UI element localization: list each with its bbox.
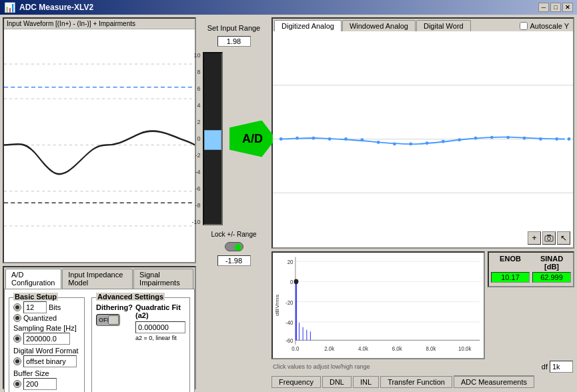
analog-display: Digitized Analog Windowed Analog Digital… xyxy=(271,17,574,249)
app-icon: 📊 xyxy=(4,2,15,13)
sinad-value: 62.999 xyxy=(532,272,571,283)
tab-signal-impairments[interactable]: Signal Impairments xyxy=(133,269,193,289)
sinad-label: SINAD [dB] xyxy=(532,255,571,271)
digital-word-input[interactable] xyxy=(23,355,77,367)
svg-text:0.0: 0.0 xyxy=(292,345,299,353)
svg-text:20: 20 xyxy=(287,259,294,266)
svg-point-15 xyxy=(344,137,348,141)
waveform-canvas xyxy=(4,29,195,261)
waveform-title: Input Waveform [(In+) - (In-)] + Impairm… xyxy=(4,19,195,29)
svg-point-21 xyxy=(442,140,445,143)
quadratic-label: Quadratic Fit (a2) xyxy=(135,303,185,319)
svg-text:-20: -20 xyxy=(285,299,294,306)
bits-radio[interactable] xyxy=(13,303,21,311)
sampling-rate-container: Sampling Rate [Hz] xyxy=(13,324,80,345)
waveform-display: Input Waveform [(In+) - (In-)] + Impairm… xyxy=(3,17,196,263)
dithering-toggle[interactable]: OFF xyxy=(96,314,120,326)
svg-point-27 xyxy=(539,137,542,141)
config-tabs-row: A/D Configuration Input Impedance Model … xyxy=(4,267,195,289)
bits-input[interactable] xyxy=(23,301,47,313)
lock-label: Lock +/- Range xyxy=(211,231,256,238)
set-input-label: Set Input Range xyxy=(207,24,261,32)
hint-text: Click values to adjust low/high range xyxy=(273,363,370,370)
left-panel: Input Waveform [(In+) - (In-)] + Impairm… xyxy=(3,17,196,389)
svg-text:6.0k: 6.0k xyxy=(392,345,403,353)
svg-text:0: 0 xyxy=(290,279,294,286)
svg-text:dBVrms: dBVrms xyxy=(274,295,280,316)
svg-point-29 xyxy=(567,137,570,141)
quantized-row: Quantized xyxy=(13,314,80,322)
svg-point-17 xyxy=(377,141,380,144)
svg-point-58 xyxy=(294,279,299,285)
title-bar: 📊 ADC Measure-XLV2 ─ □ ✕ xyxy=(0,0,577,15)
svg-point-22 xyxy=(458,138,461,141)
tab-inl[interactable]: INL xyxy=(353,376,379,388)
quantized-radio[interactable] xyxy=(13,314,21,322)
buffer-input[interactable] xyxy=(23,378,57,390)
window-title: ADC Measure-XLV2 xyxy=(19,3,538,12)
buffer-container: Buffer Size xyxy=(13,369,80,390)
tab-windowed-analog[interactable]: Windowed Analog xyxy=(342,20,416,31)
svg-point-18 xyxy=(393,142,396,145)
maximize-button[interactable]: □ xyxy=(550,3,561,12)
svg-point-25 xyxy=(506,136,510,139)
enob-value: 10.17 xyxy=(491,272,530,283)
metrics-box: ENOB SINAD [dB] 10.17 62.999 xyxy=(488,251,574,287)
buffer-label: Buffer Size xyxy=(13,369,49,377)
basic-setup-group: Basic Setup Bits Quantized Samp xyxy=(9,297,85,392)
digital-word-radio[interactable] xyxy=(13,357,21,365)
df-row: df xyxy=(542,361,573,373)
svg-point-24 xyxy=(490,136,494,139)
autoscale-container: Autoscale Y xyxy=(520,22,572,30)
quadratic-input[interactable] xyxy=(135,321,185,333)
digital-word-label: Digital Word Format xyxy=(13,347,79,355)
autoscale-label: Autoscale Y xyxy=(530,22,569,30)
svg-text:-40: -40 xyxy=(285,319,294,326)
ad-label: A/D xyxy=(242,132,263,146)
fft-metrics: ENOB SINAD [dB] 10.17 62.999 xyxy=(488,251,574,359)
svg-point-31 xyxy=(548,237,551,241)
input-range-slider[interactable] xyxy=(203,52,223,225)
tab-dnl[interactable]: DNL xyxy=(322,376,352,388)
df-input[interactable] xyxy=(550,361,573,373)
range-top-input[interactable] xyxy=(217,36,251,47)
tab-adc-measurements[interactable]: ADC Measurements xyxy=(454,375,534,388)
svg-point-23 xyxy=(474,137,478,140)
svg-point-26 xyxy=(523,137,526,140)
sampling-rate-radio[interactable] xyxy=(13,335,21,343)
svg-point-11 xyxy=(279,137,283,141)
range-bottom-input[interactable] xyxy=(217,255,251,266)
config-tab-content: Basic Setup Bits Quantized Samp xyxy=(4,289,195,392)
close-button[interactable]: ✕ xyxy=(562,3,573,12)
enob-label: ENOB xyxy=(491,255,530,271)
tab-transfer-function[interactable]: Transfer Function xyxy=(380,376,452,388)
svg-text:10.0k: 10.0k xyxy=(458,345,472,353)
func-tabs-row: Frequency DNL INL Transfer Function ADC … xyxy=(271,374,574,389)
svg-point-13 xyxy=(312,137,315,140)
linear-label: a2 = 0, linear fit xyxy=(135,335,185,341)
digital-word-container: Digital Word Format xyxy=(13,347,80,367)
zoom-button[interactable]: + xyxy=(528,231,541,245)
tab-ad-configuration[interactable]: A/D Configuration xyxy=(5,269,61,289)
toggle-knob xyxy=(108,315,119,325)
slider-thumb[interactable] xyxy=(204,130,221,150)
camera-button[interactable] xyxy=(542,231,556,245)
bits-label: Bits xyxy=(49,303,61,311)
df-label: df xyxy=(542,363,548,371)
middle-panel: Set Input Range 10 8 6 4 2 0 -2 -4 -6 -8… xyxy=(199,17,269,389)
autoscale-checkbox[interactable] xyxy=(520,22,528,30)
tab-digital-word[interactable]: Digital Word xyxy=(416,20,471,31)
buffer-radio[interactable] xyxy=(13,380,21,388)
svg-text:8.0k: 8.0k xyxy=(426,345,437,353)
cursor-button[interactable]: ↖ xyxy=(557,231,570,245)
sampling-rate-input[interactable] xyxy=(23,333,70,345)
svg-point-20 xyxy=(426,141,429,145)
tab-digitized-analog[interactable]: Digitized Analog xyxy=(274,20,342,31)
tab-input-impedance[interactable]: Input Impedance Model xyxy=(62,269,133,289)
minimize-button[interactable]: ─ xyxy=(538,3,549,12)
lock-toggle[interactable] xyxy=(225,242,243,251)
sampling-rate-label: Sampling Rate [Hz] xyxy=(13,324,77,332)
tab-frequency[interactable]: Frequency xyxy=(271,376,321,388)
advanced-settings-group: Advanced Settings Dithering? OFF xyxy=(91,297,190,392)
config-panel: A/D Configuration Input Impedance Model … xyxy=(3,266,196,389)
